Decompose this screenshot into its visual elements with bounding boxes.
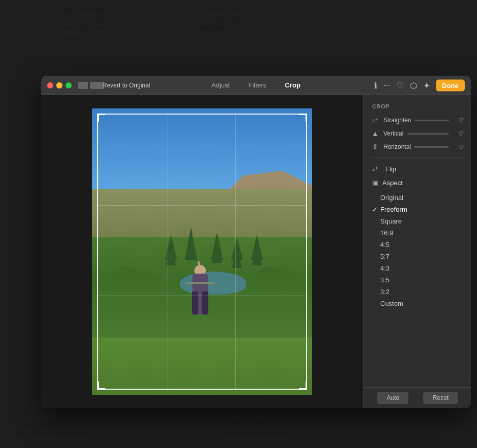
aspect-option-custom-label: Custom — [380, 300, 403, 307]
sidebar-bottom-buttons: Auto Reset — [364, 387, 471, 408]
horizontal-value: 0° — [452, 144, 465, 150]
vertical-icon: ▲ — [370, 129, 380, 138]
aspect-option-square[interactable]: Square — [364, 215, 471, 227]
straighten-icon: ⇌ — [370, 116, 380, 124]
sidebar-section-title: CROP — [364, 101, 471, 114]
tooltip-top-left: Drag to enclose the area of the photo yo… — [61, 5, 108, 42]
tab-adjust[interactable]: Adjust — [207, 79, 234, 91]
aspect-option-freeform-label: Freeform — [380, 206, 407, 213]
horizontal-slider-row: ⇕ Horizontal 0° — [364, 140, 471, 153]
app-window: Revert to Original Adjust Filters Crop ℹ… — [41, 76, 471, 408]
content-area: CROP ⇌ Straighten 0° ▲ Vertical 0° ⇕ Hor… — [41, 95, 471, 408]
tooltip-bottom-left: Drag to change which part of the photo s… — [15, 419, 86, 438]
vertical-slider[interactable] — [407, 133, 449, 135]
aspect-option-16-9[interactable]: 16:9 — [364, 227, 471, 239]
straighten-value: 0° — [452, 117, 465, 123]
crop-grid-line-v2 — [235, 115, 236, 389]
minimize-button[interactable] — [56, 82, 62, 88]
aspect-option-5-7-label: 5:7 — [380, 253, 389, 260]
photo-area[interactable] — [41, 95, 363, 408]
share-icon[interactable]: ⬡ — [410, 80, 417, 90]
photo-container — [92, 108, 312, 395]
tooltip-bottom-right: Automatically crop or straighten the pho… — [225, 419, 287, 438]
sidebar: CROP ⇌ Straighten 0° ▲ Vertical 0° ⇕ Hor… — [363, 95, 471, 408]
done-button[interactable]: Done — [436, 79, 465, 91]
crop-grid-line-v1 — [167, 115, 167, 389]
horizontal-icon: ⇕ — [370, 143, 380, 151]
aspect-option-original-label: Original — [380, 194, 403, 201]
auto-button[interactable]: Auto — [377, 392, 408, 404]
aspect-option-3-2-label: 3:2 — [380, 288, 389, 296]
view-single-icon[interactable] — [78, 82, 88, 89]
revert-to-original-button[interactable]: Revert to Original — [102, 82, 150, 89]
aspect-option-4-5[interactable]: 4:5 — [364, 239, 471, 251]
view-toggle — [78, 82, 104, 89]
aspect-option-freeform[interactable]: ✓ Freeform — [364, 204, 471, 215]
crop-overlay[interactable] — [97, 114, 307, 390]
crop-grid-line-h1 — [98, 205, 306, 206]
aspect-option-4-5-label: 4:5 — [380, 241, 389, 249]
aspect-option-3-5[interactable]: 3:5 — [364, 274, 471, 286]
vertical-label: Vertical — [383, 130, 404, 137]
title-bar: Revert to Original Adjust Filters Crop ℹ… — [41, 76, 471, 95]
horizontal-slider[interactable] — [414, 146, 449, 148]
traffic-lights — [47, 82, 72, 88]
tab-filters[interactable]: Filters — [244, 79, 270, 91]
aspect-icon: ▣ — [372, 179, 378, 187]
straighten-slider-row: ⇌ Straighten 0° — [364, 114, 471, 127]
aspect-option-4-3-label: 4:3 — [380, 264, 389, 272]
horizontal-label: Horizontal — [383, 143, 411, 150]
aspect-option-16-9-label: 16:9 — [380, 229, 393, 237]
vertical-slider-row: ▲ Vertical 0° — [364, 127, 471, 140]
flip-icon: ⇄ — [372, 165, 381, 173]
vertical-value: 0° — [452, 130, 465, 137]
tab-crop[interactable]: Crop — [281, 79, 305, 91]
close-button[interactable] — [47, 82, 53, 88]
crop-handle-bottom-right[interactable] — [299, 382, 307, 390]
aspect-option-3-5-label: 3:5 — [380, 276, 389, 284]
crop-handle-top-left[interactable] — [97, 114, 105, 122]
aspect-option-4-3[interactable]: 4:3 — [364, 262, 471, 274]
aspect-option-3-2[interactable]: 3:2 — [364, 286, 471, 298]
aspect-check-icon: ✓ — [372, 206, 378, 213]
nav-tabs: Adjust Filters Crop — [207, 79, 305, 91]
reset-button[interactable]: Reset — [423, 392, 458, 404]
aspect-options: Original ✓ Freeform Square 16:9 4:5 5:7 — [364, 190, 471, 311]
crop-handle-bottom-left[interactable] — [97, 382, 105, 390]
more-options-icon[interactable]: ··· — [383, 81, 390, 90]
tooltip-top-right: Click to see the crop and straighten too… — [200, 5, 247, 33]
info-icon[interactable]: ℹ — [374, 80, 377, 90]
maximize-button[interactable] — [66, 82, 72, 88]
toolbar-right: ℹ ··· ♡ ⬡ ✦ Done — [374, 79, 465, 91]
aspect-label: Aspect — [382, 179, 403, 187]
aspect-option-square-label: Square — [380, 217, 402, 225]
aspect-option-custom[interactable]: Custom — [364, 298, 471, 309]
flip-label: Flip — [385, 165, 396, 173]
heart-icon[interactable]: ♡ — [397, 80, 404, 90]
divider-1 — [370, 158, 465, 158]
flip-row[interactable]: ⇄ Flip — [364, 162, 471, 176]
aspect-option-5-7[interactable]: 5:7 — [364, 251, 471, 262]
crop-handle-top-right[interactable] — [299, 114, 307, 122]
straighten-label: Straighten — [383, 117, 411, 124]
magic-wand-icon[interactable]: ✦ — [423, 80, 430, 90]
aspect-row[interactable]: ▣ Aspect — [364, 176, 471, 190]
crop-grid-line-h2 — [98, 296, 306, 296]
straighten-slider[interactable] — [415, 120, 449, 121]
aspect-option-original[interactable]: Original — [364, 192, 471, 204]
